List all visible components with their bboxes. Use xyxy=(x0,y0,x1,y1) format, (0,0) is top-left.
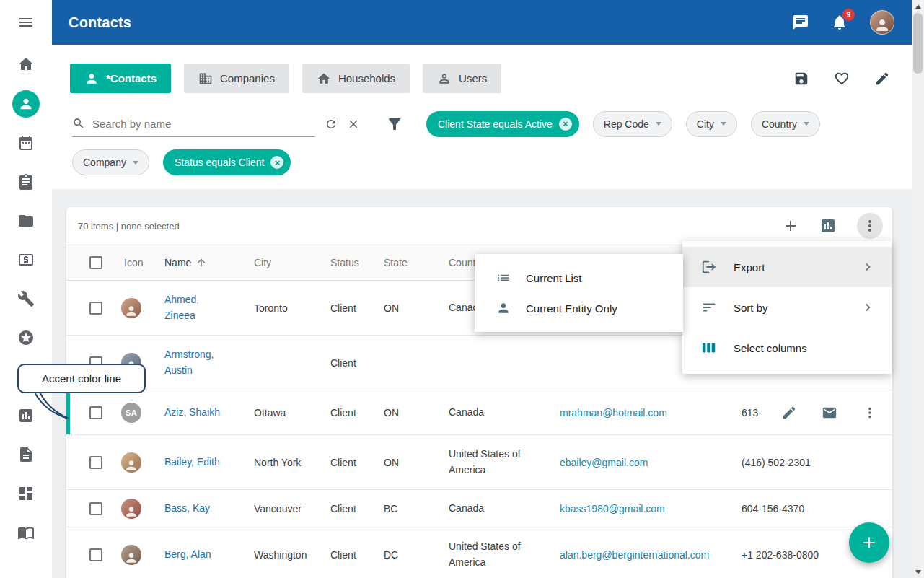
menu-item-sort-by[interactable]: Sort by xyxy=(682,287,892,328)
sidebar-item-tools-icon[interactable] xyxy=(17,290,35,307)
filter-chip-client-state[interactable]: Client State equals Active × xyxy=(426,111,579,137)
chat-icon[interactable] xyxy=(792,14,809,31)
tab-contacts[interactable]: *Contacts xyxy=(70,64,171,93)
list-icon xyxy=(496,271,511,285)
column-header-name[interactable]: Name xyxy=(164,257,254,268)
filter-chip-country[interactable]: Country xyxy=(751,111,820,137)
plus-icon xyxy=(860,533,879,552)
edit-contact-pencil-icon[interactable] xyxy=(781,405,797,421)
submenu-item-label: Current List xyxy=(526,272,582,284)
sidebar-item-tasks-icon[interactable] xyxy=(17,173,35,191)
sidebar xyxy=(0,0,52,578)
sidebar-item-home-icon[interactable] xyxy=(17,56,35,73)
chart-view-icon[interactable] xyxy=(819,217,837,235)
tab-users[interactable]: Users xyxy=(423,64,501,93)
table-row-selected-accent[interactable]: SA Aziz, Shaikh Ottawa Client ON Canada … xyxy=(66,390,892,435)
remove-filter-icon[interactable]: × xyxy=(559,118,572,131)
contact-name-link[interactable]: Ahmed, Zineea xyxy=(164,292,231,323)
submenu-item-current-entity[interactable]: Current Entity Only xyxy=(475,293,683,323)
sidebar-item-reports-icon[interactable] xyxy=(17,407,35,424)
sidebar-item-opportunities-icon[interactable] xyxy=(17,329,35,346)
filter-chip-rep-code[interactable]: Rep Code xyxy=(593,111,672,137)
sidebar-item-payments-icon[interactable] xyxy=(17,251,35,268)
column-header-label: Name xyxy=(164,257,191,268)
contact-name-link[interactable]: Armstrong, Austin xyxy=(164,347,231,378)
cell-country: United States of America xyxy=(449,447,541,478)
refresh-icon[interactable] xyxy=(325,118,338,131)
company-icon xyxy=(198,71,213,86)
table-row[interactable]: Bailey, Edith North York Client ON Unite… xyxy=(66,435,892,490)
table-more-menu-icon[interactable] xyxy=(857,213,883,239)
contact-avatar xyxy=(121,452,141,473)
column-header-icon[interactable]: Icon xyxy=(111,257,162,268)
row-checkbox[interactable] xyxy=(89,502,102,515)
notification-badge: 9 xyxy=(842,9,855,21)
contact-name-link[interactable]: Berg, Alan xyxy=(164,547,211,563)
user-avatar[interactable] xyxy=(870,10,894,35)
contact-name-link[interactable]: Bailey, Edith xyxy=(164,455,220,470)
favorite-heart-icon[interactable] xyxy=(834,71,850,87)
scroll-up-arrow[interactable] xyxy=(912,0,924,12)
table-row[interactable]: Berg, Alan Washington Client DC United S… xyxy=(66,527,892,578)
clear-search-icon[interactable] xyxy=(347,118,360,131)
row-checkbox[interactable] xyxy=(89,302,102,315)
export-icon xyxy=(701,259,717,275)
sidebar-item-documents-folder-icon[interactable] xyxy=(17,212,35,229)
home-icon xyxy=(317,71,331,86)
page-title: Contacts xyxy=(69,14,131,31)
contact-email-link[interactable]: mrahman@hotmail.com xyxy=(560,407,667,419)
submenu-item-current-list[interactable]: Current List xyxy=(475,263,683,293)
sidebar-item-contacts-icon[interactable] xyxy=(12,90,40,118)
contact-name-link[interactable]: Aziz, Shaikh xyxy=(164,405,220,421)
scrollbar-thumb[interactable] xyxy=(913,13,923,74)
cell-status: Client xyxy=(330,302,384,314)
row-more-menu-icon[interactable] xyxy=(862,405,878,421)
column-header-city[interactable]: City xyxy=(254,257,330,268)
annotation-text: Accent color line xyxy=(42,372,121,385)
annotation-callout-tail xyxy=(35,390,72,421)
edit-view-pencil-icon[interactable] xyxy=(874,71,890,87)
menu-item-export[interactable]: Export xyxy=(682,247,892,287)
contact-name-link[interactable]: Bass, Kay xyxy=(164,501,210,517)
sidebar-item-files-icon[interactable] xyxy=(17,446,35,463)
table-row[interactable]: Bass, Kay Vancouver Client BC Canada kba… xyxy=(66,490,892,527)
view-actions xyxy=(793,71,890,87)
menu-item-select-columns[interactable]: Select columns xyxy=(682,328,892,368)
cell-country: Canada xyxy=(449,501,484,517)
filter-funnel-icon[interactable] xyxy=(386,115,403,133)
columns-icon xyxy=(701,340,717,356)
table-toolbar: 70 items | none selected xyxy=(66,207,892,245)
notifications-bell-icon[interactable]: 9 xyxy=(831,14,848,31)
row-checkbox[interactable] xyxy=(89,548,102,561)
send-email-envelope-icon[interactable] xyxy=(822,405,837,421)
sidebar-item-calendar-icon[interactable] xyxy=(17,134,35,152)
row-checkbox[interactable] xyxy=(89,406,102,419)
filter-chip-company[interactable]: Company xyxy=(72,149,149,175)
hamburger-menu-icon[interactable] xyxy=(17,14,35,31)
remove-filter-icon[interactable]: × xyxy=(270,156,283,169)
sidebar-item-dashboard-icon[interactable] xyxy=(17,485,35,502)
sidebar-item-directory-icon[interactable] xyxy=(17,524,35,541)
contact-email-link[interactable]: kbass1980@gmail.com xyxy=(560,503,665,514)
sort-icon xyxy=(701,299,717,315)
column-header-state[interactable]: State xyxy=(384,257,449,268)
scroll-down-arrow[interactable] xyxy=(912,566,924,578)
tab-companies[interactable]: Companies xyxy=(184,64,289,93)
search-input[interactable] xyxy=(92,118,315,130)
column-header-status[interactable]: Status xyxy=(330,257,384,268)
tab-households[interactable]: Households xyxy=(302,64,410,93)
filter-chip-status[interactable]: Status equals Client × xyxy=(163,149,291,175)
topbar: Contacts 9 xyxy=(52,0,912,45)
contact-avatar xyxy=(121,298,141,318)
vertical-scrollbar[interactable] xyxy=(912,0,924,578)
contact-email-link[interactable]: ebailey@gmail.com xyxy=(560,457,648,468)
row-checkbox[interactable] xyxy=(89,456,102,469)
cell-state: DC xyxy=(384,549,449,561)
contact-email-link[interactable]: alan.berg@berginternational.com xyxy=(560,549,709,561)
save-view-icon[interactable] xyxy=(793,71,809,87)
filter-chip-city[interactable]: City xyxy=(686,111,737,137)
filter-chips-row1: Client State equals Active × Rep Code Ci… xyxy=(426,111,820,137)
add-new-fab-button[interactable] xyxy=(849,522,889,563)
select-all-checkbox[interactable] xyxy=(89,256,102,269)
add-contact-icon[interactable] xyxy=(782,217,799,235)
